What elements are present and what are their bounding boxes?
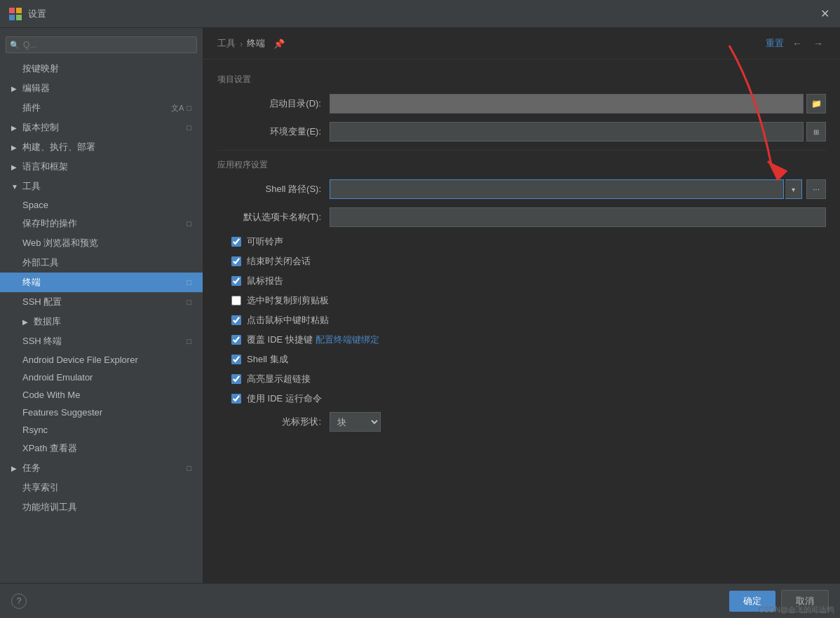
cancel-button[interactable]: 取消	[781, 590, 829, 612]
sidebar-item-keymap[interactable]: 按键映射	[0, 59, 203, 78]
sidebar-item-terminal[interactable]: 终端 □	[0, 273, 203, 292]
paste-middle-click-checkbox[interactable]	[231, 315, 241, 325]
sidebar-item-build[interactable]: ▶ 构建、执行、部署	[0, 137, 203, 157]
sidebar-item-label: 版本控制	[22, 121, 59, 134]
sidebar: 🔍 按键映射 ▶ 编辑器 插件 文A □ ▶ 版本控制	[0, 28, 203, 583]
sidebar-item-label: 数据库	[34, 315, 61, 328]
checkbox-run-commands: 使用 IDE 运行命令	[217, 392, 826, 405]
sidebar-item-rsync[interactable]: Rsync	[0, 421, 203, 439]
sidebar-item-android-emulator[interactable]: Android Emulator	[0, 369, 203, 386]
sidebar-item-save-actions[interactable]: 保存时的操作 □	[0, 214, 203, 233]
sidebar-item-xpath-viewer[interactable]: XPath 查看器	[0, 439, 203, 458]
startup-dir-control: 📁	[330, 94, 826, 114]
settings-icon: □	[187, 337, 191, 345]
sidebar-item-label: 任务	[22, 462, 41, 474]
startup-dir-input[interactable]	[330, 94, 804, 114]
sidebar-item-label: 编辑器	[22, 82, 50, 95]
forward-button[interactable]: →	[811, 36, 826, 50]
search-input[interactable]	[6, 36, 197, 53]
search-box[interactable]: 🔍	[6, 36, 197, 53]
help-button[interactable]: ?	[11, 593, 27, 609]
sidebar-item-version-control[interactable]: ▶ 版本控制 □	[0, 118, 203, 137]
breadcrumb-parent: 工具	[217, 37, 236, 50]
sidebar-item-label: 构建、执行、部署	[22, 141, 95, 153]
sidebar-item-label: Rsync	[22, 425, 48, 435]
sidebar-item-label: 语言和框架	[22, 160, 68, 173]
audible-bell-checkbox[interactable]	[231, 237, 241, 247]
search-icon: 🔍	[10, 41, 20, 50]
bottom-right: 确定 取消	[729, 590, 829, 612]
cursor-shape-label: 光标形状:	[217, 416, 330, 428]
audible-bell-label: 可听铃声	[247, 235, 283, 248]
pin-icon[interactable]: 📌	[273, 39, 285, 49]
sidebar-item-label: Features Suggester	[22, 407, 102, 418]
close-button[interactable]: ✕	[818, 7, 832, 21]
cursor-shape-row: 光标形状: 块 下划线 竖线	[217, 412, 826, 432]
sidebar-item-space[interactable]: Space	[0, 196, 203, 214]
settings-icon: □	[187, 298, 191, 306]
sidebar-item-editor[interactable]: ▶ 编辑器	[0, 78, 203, 98]
shell-path-control: D:\PowerShell\7\pwsh.exe ▾ ···	[330, 179, 826, 199]
startup-dir-row: 启动目录(D): 📁	[217, 94, 826, 114]
sidebar-item-ssh-config[interactable]: SSH 配置 □	[0, 292, 203, 312]
copy-on-select-label: 选中时复制到剪贴板	[247, 294, 329, 307]
reset-button[interactable]: 重置	[766, 37, 784, 50]
sidebar-item-external-tools[interactable]: 外部工具	[0, 253, 203, 273]
section-separator	[217, 150, 826, 151]
shell-path-dropdown-button[interactable]: ▾	[785, 179, 802, 199]
sidebar-item-features-suggester[interactable]: Features Suggester	[0, 404, 203, 421]
expand-icon: ▶	[11, 163, 20, 171]
sidebar-item-tools[interactable]: ▼ 工具	[0, 177, 203, 196]
sidebar-item-label: SSH 终端	[22, 335, 62, 348]
configure-shortcuts-link[interactable]: 配置终端键绑定	[316, 334, 379, 346]
env-vars-control: ⊞	[330, 122, 826, 142]
env-vars-row: 环境变量(E): ⊞	[217, 122, 826, 142]
cursor-shape-select[interactable]: 块 下划线 竖线	[330, 412, 381, 432]
sidebar-item-ssh-terminal[interactable]: SSH 终端 □	[0, 331, 203, 351]
mouse-reporting-checkbox[interactable]	[231, 276, 241, 286]
override-shortcuts-checkbox[interactable]	[231, 335, 241, 345]
close-session-checkbox[interactable]	[231, 256, 241, 266]
app-icon	[8, 7, 22, 21]
expand-icon: ▶	[11, 85, 20, 92]
settings-icon: □	[187, 278, 191, 287]
default-tab-label: 默认选项卡名称(T):	[217, 211, 330, 224]
sidebar-item-web-browser[interactable]: Web 浏览器和预览	[0, 233, 203, 253]
sidebar-item-label: Android Emulator	[22, 372, 93, 383]
copy-on-select-checkbox[interactable]	[231, 296, 241, 305]
header-actions: 重置 ← →	[766, 36, 826, 50]
highlight-hyperlinks-checkbox[interactable]	[231, 374, 241, 384]
sidebar-item-database[interactable]: ▶ 数据库	[0, 312, 203, 331]
checkbox-close-session: 结束时关闭会话	[217, 255, 826, 268]
expand-icon: ▶	[11, 144, 20, 151]
sidebar-item-label: 终端	[22, 276, 41, 289]
titlebar: 设置 ✕	[0, 0, 840, 28]
content-area: 工具 › 终端 📌 重置 ← → 项目设置 启动目录(D): 📁	[203, 28, 840, 583]
sidebar-item-shared-index[interactable]: 共享索引	[0, 478, 203, 497]
sidebar-item-tasks[interactable]: ▶ 任务 □	[0, 458, 203, 478]
sidebar-item-plugins[interactable]: 插件 文A □	[0, 98, 203, 118]
sidebar-item-code-with-me[interactable]: Code With Me	[0, 386, 203, 404]
default-tab-input[interactable]: 本地	[330, 207, 826, 227]
translate-icon: 文A	[171, 103, 184, 114]
sidebar-item-label: 工具	[22, 180, 41, 193]
sidebar-item-label: 功能培训工具	[22, 501, 77, 514]
startup-dir-browse-button[interactable]: 📁	[806, 94, 826, 114]
shell-path-input[interactable]: D:\PowerShell\7\pwsh.exe	[330, 179, 784, 199]
checkbox-override-shortcuts: 覆盖 IDE 快捷键 配置终端键绑定	[217, 334, 826, 346]
shell-path-more-button[interactable]: ···	[806, 179, 826, 199]
confirm-button[interactable]: 确定	[729, 591, 775, 612]
shell-path-label: Shell 路径(S):	[217, 183, 330, 195]
back-button[interactable]: ←	[790, 36, 805, 50]
sidebar-item-label: 插件	[22, 102, 41, 114]
env-vars-input[interactable]	[330, 122, 804, 142]
sidebar-item-label: 外部工具	[22, 256, 59, 269]
env-vars-edit-button[interactable]: ⊞	[806, 122, 826, 142]
override-shortcuts-label: 覆盖 IDE 快捷键	[247, 334, 313, 346]
shell-integration-label: Shell 集成	[247, 353, 288, 366]
shell-integration-checkbox[interactable]	[231, 355, 241, 364]
sidebar-item-android-file-explorer[interactable]: Android Device File Explorer	[0, 351, 203, 369]
run-commands-checkbox[interactable]	[231, 394, 241, 404]
sidebar-item-training-tool[interactable]: 功能培训工具	[0, 497, 203, 517]
sidebar-item-lang[interactable]: ▶ 语言和框架	[0, 157, 203, 177]
